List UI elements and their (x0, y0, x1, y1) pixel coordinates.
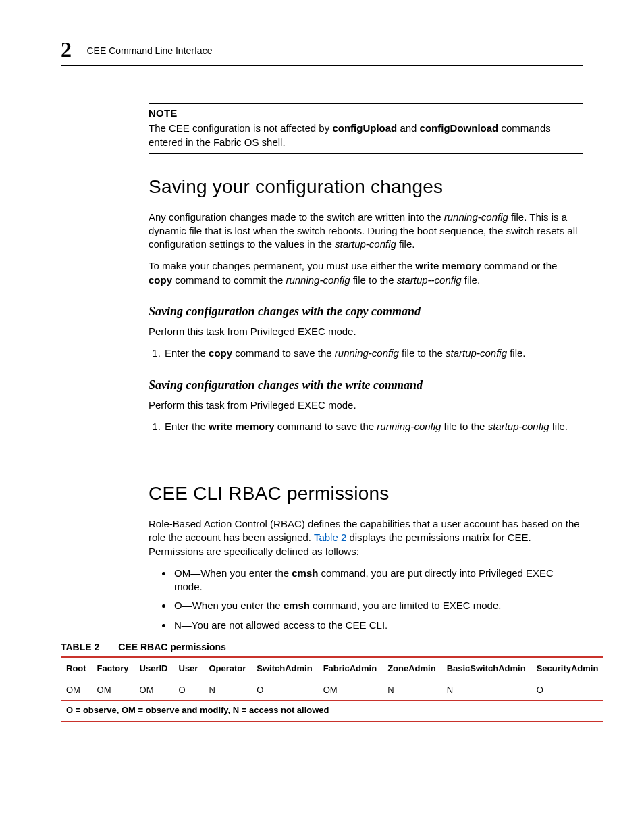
text: file to the (399, 347, 446, 359)
note-block: NOTE The CEE configuration is not affect… (149, 103, 583, 154)
table-2: TABLE 2CEE RBAC permissions Root Factory… (61, 642, 583, 722)
paragraph: Role-Based Action Control (RBAC) defines… (149, 517, 583, 558)
cell: N (382, 679, 441, 700)
text: file. (549, 421, 568, 432)
col-factory: Factory (92, 657, 134, 679)
step-item: Enter the write memory command to save t… (163, 420, 583, 434)
section-heading-rbac: CEE CLI RBAC permissions (149, 481, 583, 506)
paragraph: Perform this task from Privileged EXEC m… (149, 398, 583, 412)
col-root: Root (61, 657, 92, 679)
text: file. (462, 274, 481, 286)
subsection-heading-write: Saving configuration changes with the wr… (149, 377, 583, 393)
text: command or the (481, 260, 558, 271)
table-crossref-link[interactable]: Table 2 (314, 531, 346, 543)
text: OM—When you enter the (174, 567, 292, 579)
col-basicswitchadmin: BasicSwitchAdmin (441, 657, 531, 679)
table-header-row: Root Factory UserID User Operator Switch… (61, 657, 603, 679)
text: command to commit the (172, 274, 286, 286)
running-header: 2 CEE Command Line Interface (61, 37, 583, 66)
command-configupload: configUpload (332, 122, 397, 134)
cell: O (173, 679, 204, 700)
filename-startup-config: startup-config (446, 347, 507, 359)
filename-startup-config: startup-config (488, 421, 549, 432)
cell: N (203, 679, 251, 700)
text: The CEE configuration is not affected by (149, 122, 332, 134)
list-item: N—You are not allowed access to the CEE … (173, 619, 583, 632)
subsection-heading-copy: Saving configuration changes with the co… (149, 303, 583, 319)
paragraph: To make your changes permanent, you must… (149, 259, 583, 287)
col-zoneadmin: ZoneAdmin (382, 657, 441, 679)
command-copy: copy (149, 274, 172, 286)
page: 2 CEE Command Line Interface NOTE The CE… (0, 0, 644, 834)
note-label: NOTE (149, 107, 583, 120)
col-operator: Operator (203, 657, 251, 679)
text: file to the (350, 274, 396, 286)
text: command, you are limited to EXEC mode. (310, 600, 501, 611)
command-cmsh: cmsh (284, 600, 310, 611)
filename-running-config: running-config (444, 211, 508, 223)
list-item: O—When you enter the cmsh command, you a… (173, 599, 583, 613)
cell: N (441, 679, 531, 700)
cell: OM (61, 679, 92, 700)
command-configdownload: configDownload (420, 122, 499, 134)
text: command to save the (232, 347, 335, 359)
filename-running-config: running-config (286, 274, 350, 286)
paragraph: Perform this task from Privileged EXEC m… (149, 325, 583, 338)
command-write-memory: write memory (209, 421, 275, 432)
text: Enter the (165, 421, 209, 432)
cell: OM (134, 679, 173, 700)
rbac-table: Root Factory UserID User Operator Switch… (61, 656, 603, 722)
paragraph: Any configuration changes made to the sw… (149, 211, 583, 252)
command-copy: copy (209, 347, 232, 359)
step-list: Enter the copy command to save the runni… (149, 346, 583, 360)
col-user: User (173, 657, 204, 679)
table-label: TABLE 2 (61, 642, 99, 652)
col-securityadmin: SecurityAdmin (531, 657, 604, 679)
main-content: NOTE The CEE configuration is not affect… (149, 103, 583, 632)
text: command to save the (275, 421, 377, 432)
list-item: OM—When you enter the cmsh command, you … (173, 567, 583, 594)
text: and (397, 122, 419, 134)
text: To make your changes permanent, you must… (149, 260, 415, 271)
table-legend-row: O = observe, OM = observe and modify, N … (61, 700, 603, 721)
table-row: OM OM OM O N O OM N N O (61, 679, 603, 700)
command-cmsh: cmsh (292, 567, 318, 579)
filename-startup-config: startup--config (397, 274, 462, 286)
text: Any configuration changes made to the sw… (149, 211, 444, 223)
cell: OM (318, 679, 382, 700)
filename-running-config: running-config (335, 347, 399, 359)
bullet-list: OM—When you enter the cmsh command, you … (149, 567, 583, 632)
filename-running-config: running-config (377, 421, 441, 432)
step-list: Enter the write memory command to save t… (149, 420, 583, 434)
step-item: Enter the copy command to save the runni… (163, 346, 583, 360)
cell: O (531, 679, 604, 700)
cell: OM (92, 679, 134, 700)
filename-startup-config: startup-config (335, 238, 396, 250)
chapter-number: 2 (61, 37, 72, 62)
section-heading-saving: Saving your configuration changes (149, 174, 583, 200)
table-caption: TABLE 2CEE RBAC permissions (61, 642, 583, 652)
col-fabricadmin: FabricAdmin (318, 657, 382, 679)
note-text: The CEE configuration is not affected by… (149, 122, 583, 149)
running-title: CEE Command Line Interface (86, 45, 212, 56)
table-title: CEE RBAC permissions (118, 642, 225, 652)
table-legend: O = observe, OM = observe and modify, N … (61, 700, 603, 721)
text: Enter the (165, 347, 209, 359)
cell: O (251, 679, 317, 700)
command-write-memory: write memory (415, 260, 481, 271)
text: O—When you enter the (174, 600, 284, 611)
col-userid: UserID (134, 657, 173, 679)
text: file. (507, 347, 526, 359)
col-switchadmin: SwitchAdmin (251, 657, 317, 679)
text: file to the (441, 421, 487, 432)
text: file. (396, 238, 415, 250)
